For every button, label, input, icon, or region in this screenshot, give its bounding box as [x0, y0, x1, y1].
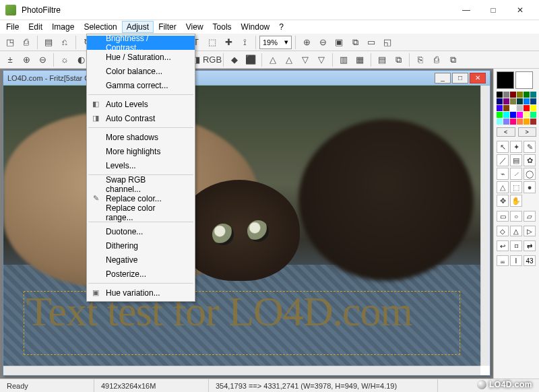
adjust-brightness-contrast[interactable]: Brightness / Contrast...	[87, 36, 195, 50]
tb2-btn-19[interactable]: ▦	[352, 53, 367, 67]
menu-image[interactable]: Image	[47, 21, 79, 33]
palette-color-3[interactable]	[517, 92, 523, 98]
palette-color-2[interactable]	[510, 92, 516, 98]
adjust-gamma-correct[interactable]: Gamma correct...	[87, 78, 195, 92]
adjust-swap-rgb-channel[interactable]: Swap RGB channel...	[87, 177, 195, 191]
tb2-btn-23[interactable]: ⎙	[429, 53, 444, 67]
tool-4[interactable]: ▤	[510, 154, 522, 166]
palette-color-12[interactable]	[497, 105, 503, 111]
palette-color-28[interactable]	[524, 119, 530, 125]
menu-view[interactable]: View	[181, 21, 208, 33]
tb1b-btn-3[interactable]: ⧉	[348, 35, 362, 50]
tb1b-btn-0[interactable]: ⊕	[299, 35, 314, 50]
palette-color-6[interactable]	[497, 98, 503, 104]
tb1-btn-2[interactable]: ▤	[41, 35, 56, 50]
palette-color-17[interactable]	[530, 105, 536, 111]
palette-color-16[interactable]	[524, 105, 530, 111]
shape-1-2[interactable]: ▷	[524, 226, 536, 236]
adjust-hue-saturation[interactable]: Hue / Saturation...	[87, 50, 195, 64]
menu-selection[interactable]: Selection	[79, 21, 121, 33]
palette-color-1[interactable]	[503, 92, 509, 98]
tool-12[interactable]: ✥	[497, 195, 509, 207]
close-button[interactable]: ✕	[507, 1, 534, 20]
palette-color-10[interactable]	[524, 98, 530, 104]
maximize-button[interactable]: □	[480, 1, 507, 20]
tb2-btn-21[interactable]: ⧉	[391, 53, 406, 67]
palette-color-29[interactable]	[530, 119, 536, 125]
menu-edit[interactable]: Edit	[24, 21, 47, 33]
zoom-combo[interactable]: 19%▾	[259, 36, 292, 49]
adjust-negative[interactable]: Negative	[87, 253, 195, 267]
adjust-posterize[interactable]: Posterize...	[87, 267, 195, 281]
palette-color-11[interactable]	[530, 98, 536, 104]
tool-6[interactable]: ⌁	[497, 168, 509, 180]
palette-color-4[interactable]	[524, 92, 530, 98]
adjust-hue-variation[interactable]: ▣Hue variation...	[87, 286, 195, 300]
tool-10[interactable]: ⬚	[510, 181, 522, 193]
tb2-btn-20[interactable]: ▤	[375, 53, 389, 67]
tb1b-btn-2[interactable]: ▣	[331, 35, 346, 50]
foreground-color[interactable]	[497, 71, 514, 89]
tb1-btn-0[interactable]: ◳	[3, 35, 18, 50]
palette-color-22[interactable]	[524, 112, 530, 118]
scrollbar-vertical[interactable]	[480, 86, 490, 366]
tb1-btn-12[interactable]: ✚	[221, 35, 236, 50]
palette-color-21[interactable]	[517, 112, 523, 118]
adjust-auto-contrast[interactable]: ◨Auto Contrast	[87, 111, 195, 125]
tool-5[interactable]: ✿	[524, 154, 536, 166]
tb2-btn-16[interactable]: ▽	[298, 53, 313, 67]
palette-color-25[interactable]	[503, 119, 509, 125]
tb2-btn-2[interactable]: ⊖	[35, 53, 50, 67]
canvas[interactable]: Text test for LO4D.com	[3, 86, 480, 366]
shape-1-1[interactable]: △	[510, 226, 522, 236]
palette-color-7[interactable]	[503, 98, 509, 104]
adjust-color-balance[interactable]: Color balance...	[87, 64, 195, 78]
palette-color-19[interactable]	[503, 112, 509, 118]
doc-minimize-button[interactable]: _	[435, 73, 451, 84]
tb1-btn-11[interactable]: ⬚	[205, 35, 220, 50]
scrollbar-horizontal[interactable]	[3, 366, 480, 375]
tool-11[interactable]: ●	[524, 181, 536, 193]
tool-3[interactable]: ／	[497, 154, 509, 166]
tool-13[interactable]: ✋	[510, 195, 522, 207]
menu-window[interactable]: Window	[236, 21, 275, 33]
adjust-auto-levels[interactable]: ◧Auto Levels	[87, 97, 195, 111]
tb2-btn-1[interactable]: ⊕	[19, 53, 34, 67]
tb2-btn-22[interactable]: ⎘	[413, 53, 428, 67]
tool-2[interactable]: ✎	[524, 141, 536, 153]
palette-color-24[interactable]	[497, 119, 503, 125]
adjust-levels[interactable]: Levels...	[87, 158, 195, 172]
shape-3-2[interactable]: 43	[524, 255, 536, 266]
shape-2-0[interactable]: ↩	[497, 240, 509, 251]
background-color[interactable]	[515, 71, 533, 89]
tb1-btn-13[interactable]: ⟟	[237, 35, 252, 50]
adjust-duotone[interactable]: Duotone...	[87, 224, 195, 238]
tool-1[interactable]: ✦	[510, 141, 522, 153]
tool-8[interactable]: ◯	[524, 168, 536, 180]
menu-tools[interactable]: Tools	[208, 21, 236, 33]
palette-color-13[interactable]	[503, 105, 509, 111]
tb1b-btn-1[interactable]: ⊖	[315, 35, 330, 50]
palette-next-button[interactable]: >	[518, 127, 537, 137]
palette-color-5[interactable]	[530, 92, 536, 98]
tb1b-btn-5[interactable]: ◱	[380, 35, 395, 50]
adjust-more-shadows[interactable]: More shadows	[87, 130, 195, 144]
menu-adjust[interactable]: Adjust	[122, 21, 154, 33]
menu-help[interactable]: ?	[274, 21, 288, 33]
tb2-btn-13[interactable]: ⬛	[243, 53, 258, 67]
doc-close-button[interactable]: ✕	[470, 73, 486, 84]
shape-2-2[interactable]: ⇄	[524, 240, 536, 251]
tb2-btn-14[interactable]: △	[265, 53, 280, 67]
tool-9[interactable]: △	[497, 181, 509, 193]
shape-0-0[interactable]: ▭	[497, 211, 509, 222]
shape-0-2[interactable]: ▱	[524, 211, 536, 222]
palette-color-18[interactable]	[497, 112, 503, 118]
palette-color-15[interactable]	[517, 105, 523, 111]
tb1-btn-3[interactable]: ⎌	[57, 35, 72, 50]
palette-color-26[interactable]	[510, 119, 516, 125]
palette-color-9[interactable]	[517, 98, 523, 104]
tb2-btn-12[interactable]: ◆	[227, 53, 242, 67]
tb2-btn-15[interactable]: △	[282, 53, 296, 67]
menu-filter[interactable]: Filter	[154, 21, 181, 33]
palette-color-20[interactable]	[510, 112, 516, 118]
